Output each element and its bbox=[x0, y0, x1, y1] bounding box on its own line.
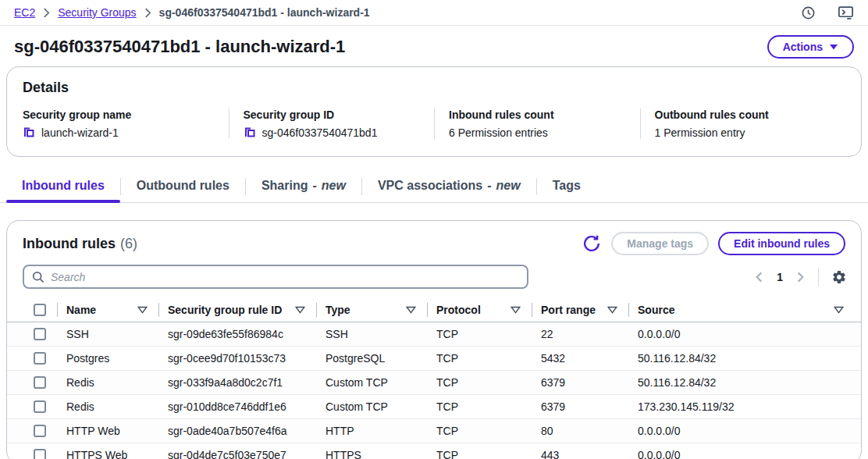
column-header-type[interactable]: Type bbox=[316, 298, 427, 322]
cell-name: Redis bbox=[57, 376, 158, 389]
manage-tags-label: Manage tags bbox=[627, 237, 693, 250]
edit-inbound-rules-button[interactable]: Edit inbound rules bbox=[718, 232, 845, 255]
filter-icon[interactable] bbox=[607, 306, 617, 314]
search-input[interactable] bbox=[51, 271, 519, 283]
filter-icon[interactable] bbox=[510, 306, 521, 314]
detail-security-group-name: Security group name launch-wizard-1 bbox=[23, 109, 229, 139]
details-card: Details Security group name launch-wizar… bbox=[6, 66, 862, 157]
cell-protocol: TCP bbox=[427, 425, 532, 437]
table-row[interactable]: SSH sgr-09de63fe55f86984c SSH TCP 22 0.0… bbox=[7, 322, 861, 347]
detail-value: 1 Permission entry bbox=[655, 126, 745, 139]
table-row[interactable]: Postgres sgr-0cee9d70f10153c73 PostgreSQ… bbox=[7, 347, 861, 371]
panel-title: Inbound rules bbox=[23, 236, 116, 252]
table-row[interactable]: Redis sgr-010dd8ce746ddf1e6 Custom TCP T… bbox=[7, 395, 861, 419]
detail-label: Security group name bbox=[23, 109, 229, 121]
details-grid: Security group name launch-wizard-1 Secu… bbox=[23, 109, 845, 139]
cell-protocol: TCP bbox=[427, 449, 532, 459]
column-header-protocol[interactable]: Protocol bbox=[427, 298, 532, 322]
cell-port-range: 5432 bbox=[532, 352, 628, 365]
chevron-right-icon bbox=[144, 8, 151, 18]
column-header-port-range[interactable]: Port range bbox=[532, 298, 628, 322]
cell-name: HTTPS Web bbox=[57, 449, 158, 459]
cell-name: Postgres bbox=[57, 352, 158, 365]
table-header-row: Name Security group rule ID Type Protoco… bbox=[7, 298, 861, 322]
select-all-cell bbox=[23, 298, 57, 322]
cell-rule-id: sgr-010dd8ce746ddf1e6 bbox=[158, 400, 316, 413]
tab-vpc-associations[interactable]: VPC associations-new bbox=[362, 171, 536, 202]
table-row[interactable]: HTTP Web sgr-0ade40a7b507e4f6a HTTP TCP … bbox=[7, 419, 861, 443]
panel-count: (6) bbox=[120, 236, 137, 252]
cell-source: 0.0.0.0/0 bbox=[628, 328, 855, 340]
row-checkbox[interactable] bbox=[34, 400, 46, 413]
details-heading: Details bbox=[23, 80, 845, 96]
cell-name: HTTP Web bbox=[57, 425, 158, 437]
column-header-name[interactable]: Name bbox=[57, 298, 158, 322]
filter-icon[interactable] bbox=[137, 306, 148, 314]
table-row[interactable]: Redis sgr-033f9a4a8d0c2c7f1 Custom TCP T… bbox=[7, 371, 861, 395]
chevron-right-icon bbox=[43, 8, 50, 18]
cell-rule-id: sgr-09de63fe55f86984c bbox=[158, 328, 316, 340]
cell-rule-id: sgr-0d4de7c5f03e750e7 bbox=[158, 449, 316, 459]
breadcrumb-link-ec2[interactable]: EC2 bbox=[14, 6, 35, 19]
filter-icon[interactable] bbox=[834, 306, 844, 314]
cell-rule-id: sgr-0ade40a7b507e4f6a bbox=[158, 425, 316, 437]
actions-button[interactable]: Actions bbox=[767, 35, 854, 59]
actions-button-label: Actions bbox=[783, 41, 823, 53]
filter-icon[interactable] bbox=[295, 306, 305, 314]
detail-security-group-id: Security group ID sg-046f0337540471bd1 bbox=[229, 109, 435, 139]
row-checkbox[interactable] bbox=[34, 328, 46, 340]
row-checkbox[interactable] bbox=[34, 352, 46, 365]
column-header-rule-id[interactable]: Security group rule ID bbox=[158, 298, 316, 322]
pagination-next-icon[interactable] bbox=[795, 270, 806, 284]
edit-inbound-rules-label: Edit inbound rules bbox=[734, 237, 830, 250]
tab-tags[interactable]: Tags bbox=[537, 171, 596, 202]
cell-port-range: 80 bbox=[532, 425, 628, 437]
row-checkbox[interactable] bbox=[34, 376, 46, 389]
cell-source: 0.0.0.0/0 bbox=[628, 449, 855, 459]
refresh-icon[interactable] bbox=[582, 233, 602, 254]
detail-value: launch-wizard-1 bbox=[41, 126, 119, 139]
gear-icon[interactable] bbox=[831, 269, 847, 285]
cell-protocol: TCP bbox=[427, 400, 532, 413]
tab-sharing[interactable]: Sharing-new bbox=[246, 171, 361, 202]
search-icon bbox=[32, 271, 44, 283]
inbound-rules-panel: Inbound rules (6) Manage tags Edit inbou… bbox=[6, 220, 862, 459]
topbar-icons bbox=[801, 5, 854, 20]
copy-icon[interactable] bbox=[23, 126, 35, 139]
row-checkbox[interactable] bbox=[34, 425, 46, 437]
row-checkbox[interactable] bbox=[34, 449, 46, 459]
clock-icon[interactable] bbox=[801, 5, 816, 20]
breadcrumb-link-security-groups[interactable]: Security Groups bbox=[58, 6, 136, 19]
cell-type: PostgreSQL bbox=[316, 352, 427, 365]
filter-icon[interactable] bbox=[406, 306, 416, 314]
page-header: sg-046f0337540471bd1 - launch-wizard-1 A… bbox=[0, 26, 868, 66]
page-title: sg-046f0337540471bd1 - launch-wizard-1 bbox=[14, 37, 345, 57]
tab-outbound-rules[interactable]: Outbound rules bbox=[121, 171, 245, 202]
detail-outbound-rules-count: Outbound rules count 1 Permission entry bbox=[640, 109, 846, 139]
cell-type: SSH bbox=[316, 328, 427, 340]
cell-port-range: 443 bbox=[532, 449, 628, 459]
select-all-checkbox[interactable] bbox=[34, 304, 46, 316]
copy-icon[interactable] bbox=[244, 126, 256, 139]
breadcrumb-current: sg-046f0337540471bd1 - launch-wizard-1 bbox=[159, 6, 370, 19]
cell-type: Custom TCP bbox=[316, 400, 427, 413]
cell-source: 50.116.12.84/32 bbox=[628, 352, 855, 365]
cell-protocol: TCP bbox=[427, 376, 532, 389]
tab-bar: Inbound rules Outbound rules Sharing-new… bbox=[0, 171, 868, 203]
tab-inbound-rules[interactable]: Inbound rules bbox=[6, 171, 120, 202]
cell-protocol: TCP bbox=[427, 328, 532, 340]
table-body: SSH sgr-09de63fe55f86984c SSH TCP 22 0.0… bbox=[7, 322, 861, 459]
table-row[interactable]: HTTPS Web sgr-0d4de7c5f03e750e7 HTTPS TC… bbox=[7, 443, 861, 459]
manage-tags-button[interactable]: Manage tags bbox=[611, 232, 709, 255]
pagination-current-page: 1 bbox=[772, 271, 788, 283]
toolbar-divider bbox=[818, 268, 819, 286]
cell-rule-id: sgr-0cee9d70f10153c73 bbox=[158, 352, 316, 365]
pagination-prev-icon[interactable] bbox=[754, 270, 764, 284]
breadcrumb: EC2 Security Groups sg-046f0337540471bd1… bbox=[14, 6, 370, 19]
column-header-source[interactable]: Source bbox=[628, 298, 855, 322]
cell-type: HTTP bbox=[316, 425, 427, 437]
cell-source: 0.0.0.0/0 bbox=[628, 425, 855, 437]
cloudshell-icon[interactable] bbox=[838, 5, 854, 20]
cell-type: Custom TCP bbox=[316, 376, 427, 389]
cell-port-range: 6379 bbox=[532, 376, 628, 389]
